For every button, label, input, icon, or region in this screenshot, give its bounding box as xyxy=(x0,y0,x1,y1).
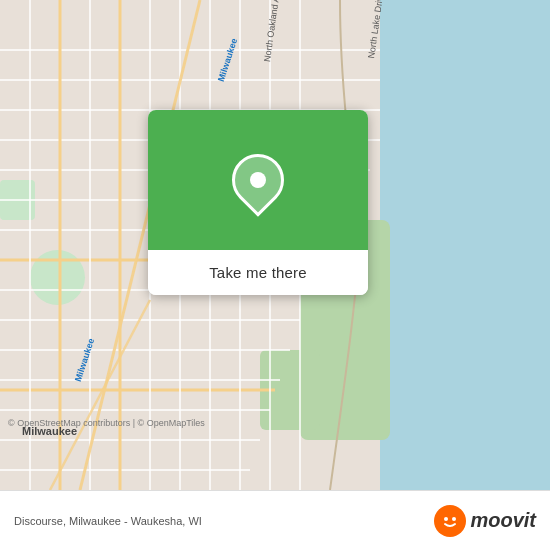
take-me-there-button[interactable]: Take me there xyxy=(148,250,368,295)
pin-shape xyxy=(221,143,295,217)
svg-line-30 xyxy=(50,300,150,490)
map-attribution: © OpenStreetMap contributors | © OpenMap… xyxy=(8,418,205,428)
location-pin-icon xyxy=(232,154,284,206)
pin-dot xyxy=(250,172,266,188)
moovit-logo[interactable]: moovit xyxy=(434,505,536,537)
bottom-bar: Discourse, Milwaukee - Waukesha, WI moov… xyxy=(0,490,550,550)
svg-point-32 xyxy=(452,517,456,521)
moovit-face-icon xyxy=(434,505,466,537)
map-container: North Oakland Avenue North Lake Drive Mi… xyxy=(0,0,550,490)
card-header xyxy=(148,110,368,250)
moovit-brand-text: moovit xyxy=(470,509,536,532)
location-card: Take me there xyxy=(148,110,368,295)
location-text: Discourse, Milwaukee - Waukesha, WI xyxy=(14,515,434,527)
svg-point-31 xyxy=(444,517,448,521)
